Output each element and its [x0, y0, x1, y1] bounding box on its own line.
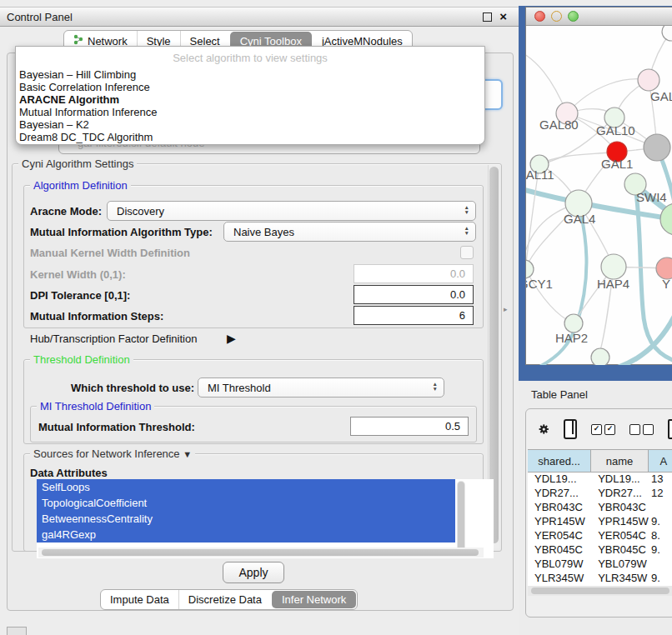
- attributes-hscrollbar-track[interactable]: [38, 548, 484, 558]
- bottom-tab-bar: Impute DataDiscretize DataInfer Network: [100, 589, 358, 610]
- table-row[interactable]: YPR145WYPR145W9.: [528, 515, 672, 529]
- select-all-columns-icon[interactable]: ✓✓: [591, 424, 615, 435]
- algorithm-option[interactable]: Basic Correlation Inference: [19, 81, 481, 93]
- algorithm-option[interactable]: Bayesian – K2: [19, 118, 481, 131]
- node-label: Y: [662, 277, 670, 291]
- table-cell: YPR145W: [591, 515, 649, 529]
- table-cell: YBR045C: [528, 543, 591, 558]
- expand-right-icon[interactable]: ▶: [227, 332, 236, 345]
- document-icon[interactable]: [668, 419, 672, 439]
- kernel-width-field[interactable]: 0.0: [354, 264, 474, 283]
- mi-steps-label: Mutual Information Steps:: [30, 310, 163, 322]
- control-panel-titlebar: Control Panel ×: [0, 7, 519, 27]
- table-cell: YLR345W: [591, 572, 649, 586]
- kernel-width-label: Kernel Width (0,1):: [30, 268, 126, 281]
- hub-section-label: Hub/Transcription Factor Definition: [30, 332, 197, 345]
- table-hscrollbar-track[interactable]: [528, 586, 672, 596]
- attribute-item[interactable]: SelfLoops: [37, 479, 455, 495]
- network-window-titlebar[interactable]: [526, 8, 672, 26]
- network-edge[interactable]: [567, 79, 649, 113]
- network-canvas[interactable]: GALGAL80GAL10GAL1GAL11SWI4GAL4GCY1HAP4YH…: [526, 26, 672, 365]
- attribute-item[interactable]: gal4RGexp: [37, 527, 455, 542]
- mi-type-combo[interactable]: Naive Bayes ▲▼: [223, 222, 476, 242]
- table-row[interactable]: YBR045CYBR045C9.: [528, 543, 672, 558]
- network-node[interactable]: [662, 26, 672, 41]
- aracne-mode-label: Aracne Mode:: [30, 205, 102, 218]
- which-threshold-combo[interactable]: MI Threshold ▲▼: [198, 378, 444, 398]
- dpi-tolerance-field[interactable]: 0.0: [354, 285, 474, 304]
- network-node[interactable]: [644, 134, 670, 161]
- table-cell: YDL19...: [591, 472, 649, 487]
- table-row[interactable]: YER054CYER054C8.: [528, 529, 672, 543]
- manual-kernel-label: Manual Kernel Width Definition: [30, 247, 190, 259]
- columns-icon[interactable]: [564, 419, 578, 439]
- table-row[interactable]: YDR27...YDR27...12: [528, 487, 672, 501]
- close-traffic-light-icon[interactable]: [534, 11, 545, 22]
- network-node-hap4[interactable]: [601, 254, 626, 279]
- network-node-gal[interactable]: [638, 69, 659, 91]
- algorithm-dropdown-items: Bayesian – Hill ClimbingBasic Correlatio…: [19, 68, 481, 143]
- mi-threshold-value: 0.5: [445, 420, 460, 432]
- manual-kernel-checkbox[interactable]: [460, 246, 474, 259]
- tab-impute-data[interactable]: Impute Data: [101, 590, 178, 609]
- apply-button[interactable]: Apply: [223, 562, 284, 583]
- mi-threshold-field[interactable]: 0.5: [350, 417, 469, 436]
- aracne-mode-value: Discovery: [117, 205, 164, 218]
- attributes-hscrollbar-thumb[interactable]: [42, 549, 479, 556]
- attribute-item[interactable]: TopologicalCoefficient: [37, 495, 455, 511]
- table-cell: YPR145W: [528, 515, 591, 529]
- deselect-all-columns-icon[interactable]: [629, 424, 654, 435]
- algorithm-dropdown-placeholder: Select algorithm to view settings: [16, 52, 484, 64]
- network-node[interactable]: [591, 348, 609, 365]
- node-table: shared...nameA YDL19...YDL19...13YDR27..…: [528, 449, 672, 596]
- table-row[interactable]: YLR345WYLR345W9.: [528, 572, 672, 586]
- gear-icon[interactable]: [539, 421, 549, 438]
- splitter-handle-icon[interactable]: ▸: [504, 305, 508, 313]
- minimize-traffic-light-icon[interactable]: [551, 11, 562, 22]
- table-panel-title: Table Panel: [531, 388, 588, 401]
- mi-type-label: Mutual Information Algorithm Type:: [30, 226, 213, 238]
- close-icon[interactable]: ×: [499, 11, 507, 22]
- table-cell: YBR043C: [528, 501, 591, 515]
- column-header[interactable]: shared...: [528, 450, 591, 472]
- collapse-down-icon[interactable]: ▼: [183, 449, 192, 459]
- table-cell: YDR27...: [528, 487, 591, 501]
- sources-group-title: Sources for Network Inference ▼: [30, 448, 195, 460]
- network-node-gcy1[interactable]: [526, 260, 534, 278]
- attributes-scrollbar-thumb[interactable]: [458, 482, 464, 552]
- mi-steps-field[interactable]: 6: [354, 306, 474, 325]
- algorithm-option[interactable]: ARACNE Algorithm: [19, 93, 481, 106]
- aracne-mode-combo[interactable]: Discovery ▲▼: [107, 201, 476, 221]
- node-label: GAL80: [539, 118, 579, 132]
- column-header[interactable]: name: [591, 450, 649, 472]
- table-cell: YBR045C: [591, 543, 649, 558]
- table-cell: YER054C: [528, 529, 591, 543]
- tab-infer-network[interactable]: Infer Network: [272, 591, 356, 608]
- network-node-hap2[interactable]: [564, 314, 583, 332]
- algorithm-option[interactable]: Bayesian – Hill Climbing: [19, 68, 481, 81]
- table-cell: YBR043C: [591, 501, 649, 515]
- tab-discretize-data[interactable]: Discretize Data: [178, 590, 271, 609]
- attributes-scrollbar-track[interactable]: [457, 481, 465, 554]
- attribute-item[interactable]: BetweennessCentrality: [37, 511, 455, 527]
- table-hscrollbar-thumb[interactable]: [531, 588, 669, 594]
- table-row[interactable]: YDL19...YDL19...13: [528, 472, 672, 487]
- table-toolbar: ✓✓: [526, 409, 672, 449]
- zoom-traffic-light-icon[interactable]: [568, 11, 579, 22]
- algorithm-option[interactable]: Mutual Information Inference: [19, 106, 481, 118]
- cut-off-button[interactable]: [7, 627, 27, 635]
- table-row[interactable]: YBL079WYBL079W: [528, 558, 672, 572]
- table-row[interactable]: YBR043CYBR043C: [528, 501, 672, 515]
- stepper-icon: ▲▼: [464, 226, 469, 236]
- kernel-width-value: 0.0: [450, 268, 465, 280]
- maximize-icon[interactable]: [483, 12, 492, 22]
- table-rows: YDL19...YDL19...13YDR27...YDR27...12YBR0…: [528, 472, 672, 596]
- algorithm-option[interactable]: Dream8 DC_TDC Algorithm: [19, 131, 481, 143]
- table-cell: [649, 558, 672, 572]
- table-cell: YDR27...: [591, 487, 649, 501]
- column-header[interactable]: A: [649, 450, 672, 472]
- network-edge[interactable]: [574, 301, 672, 365]
- node-label: GAL: [650, 89, 672, 103]
- dpi-tolerance-value: 0.0: [450, 288, 465, 301]
- table-cell: 12: [649, 487, 672, 501]
